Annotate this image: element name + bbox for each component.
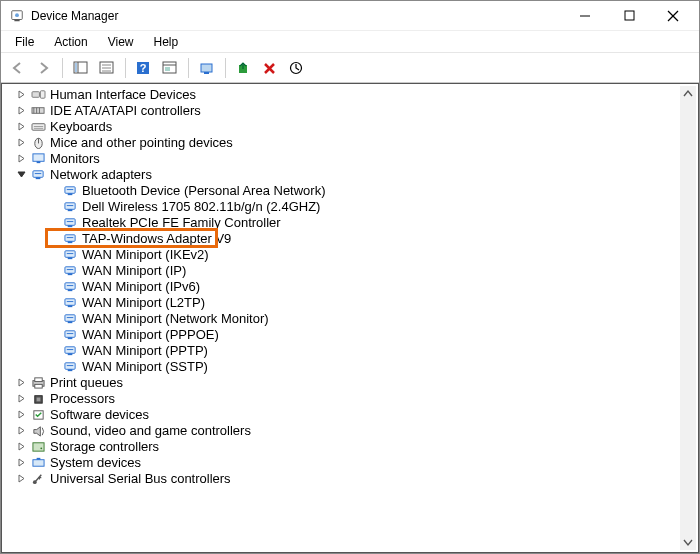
update-driver-button[interactable]	[196, 57, 218, 79]
close-button[interactable]	[651, 2, 695, 30]
tree-node[interactable]: Realtek PCIe FE Family Controller	[6, 214, 698, 230]
menu-bar: File Action View Help	[1, 31, 699, 53]
tree-node[interactable]: Dell Wireless 1705 802.11b/g/n (2.4GHZ)	[6, 198, 698, 214]
net-icon	[62, 359, 78, 373]
chevron-right-icon[interactable]	[14, 378, 28, 387]
monitor-icon	[30, 151, 46, 165]
menu-file[interactable]: File	[5, 33, 44, 51]
chevron-right-icon[interactable]	[14, 410, 28, 419]
net-icon	[62, 215, 78, 229]
tree-node-label: Network adapters	[49, 167, 153, 182]
net-icon	[62, 343, 78, 357]
svg-rect-49	[67, 225, 72, 227]
chevron-right-icon[interactable]	[14, 138, 28, 147]
vertical-scrollbar[interactable]	[680, 86, 696, 550]
svg-rect-4	[625, 11, 634, 20]
chevron-right-icon[interactable]	[14, 442, 28, 451]
tree-node[interactable]: WAN Miniport (Network Monitor)	[6, 310, 698, 326]
svg-rect-73	[67, 353, 72, 355]
tree-node-label: IDE ATA/ATAPI controllers	[49, 103, 202, 118]
chevron-right-icon[interactable]	[14, 122, 28, 131]
svg-rect-52	[67, 241, 72, 243]
menu-help[interactable]: Help	[144, 33, 189, 51]
properties-button[interactable]	[96, 57, 118, 79]
tree-node[interactable]: Storage controllers	[6, 438, 698, 454]
chevron-right-icon[interactable]	[14, 458, 28, 467]
scroll-down-icon[interactable]	[680, 534, 696, 550]
chevron-right-icon[interactable]	[14, 474, 28, 483]
tree-node[interactable]: Keyboards	[6, 118, 698, 134]
tree-node-label: WAN Miniport (PPTP)	[81, 343, 209, 358]
tree-node[interactable]: Bluetooth Device (Personal Area Network)	[6, 182, 698, 198]
soft-icon	[30, 407, 46, 421]
tree-node[interactable]: Sound, video and game controllers	[6, 422, 698, 438]
net-icon	[62, 327, 78, 341]
scroll-up-icon[interactable]	[680, 86, 696, 102]
chevron-right-icon[interactable]	[14, 106, 28, 115]
tree-node[interactable]: WAN Miniport (IKEv2)	[6, 246, 698, 262]
net-icon	[30, 167, 46, 181]
tree-node[interactable]: Print queues	[6, 374, 698, 390]
net-icon	[62, 199, 78, 213]
chevron-right-icon[interactable]	[14, 426, 28, 435]
tree-node-label: Monitors	[49, 151, 101, 166]
chevron-right-icon[interactable]	[14, 90, 28, 99]
tree-node[interactable]: Human Interface Devices	[6, 86, 698, 102]
tree-node[interactable]: Monitors	[6, 150, 698, 166]
svg-point-2	[15, 13, 19, 17]
maximize-button[interactable]	[607, 2, 651, 30]
tree-node-label: Bluetooth Device (Personal Area Network)	[81, 183, 327, 198]
show-hide-tree-button[interactable]	[70, 57, 92, 79]
svg-rect-27	[40, 90, 45, 97]
window-controls	[563, 2, 695, 30]
svg-rect-80	[34, 384, 41, 388]
hid-icon	[30, 87, 46, 101]
tree-node-label: Realtek PCIe FE Family Controller	[81, 215, 282, 230]
help-button[interactable]: ?	[133, 57, 155, 79]
svg-rect-67	[67, 321, 72, 323]
tree-node[interactable]: WAN Miniport (PPTP)	[6, 342, 698, 358]
menu-view[interactable]: View	[98, 33, 144, 51]
chevron-right-icon[interactable]	[14, 394, 28, 403]
svg-rect-42	[64, 186, 74, 193]
tree-node[interactable]: WAN Miniport (SSTP)	[6, 358, 698, 374]
tree-node[interactable]: WAN Miniport (IPv6)	[6, 278, 698, 294]
action-button[interactable]	[159, 57, 181, 79]
svg-rect-38	[36, 161, 40, 163]
svg-rect-26	[32, 91, 39, 97]
uninstall-device-button[interactable]	[259, 57, 281, 79]
menu-action[interactable]: Action	[44, 33, 97, 51]
tree-node[interactable]: Universal Serial Bus controllers	[6, 470, 698, 486]
svg-rect-64	[67, 305, 72, 307]
tree-node-label: Mice and other pointing devices	[49, 135, 234, 150]
enable-device-button[interactable]	[233, 57, 255, 79]
chevron-right-icon[interactable]	[14, 154, 28, 163]
device-tree[interactable]: Human Interface DevicesIDE ATA/ATAPI con…	[2, 84, 698, 494]
tree-node[interactable]: WAN Miniport (IP)	[6, 262, 698, 278]
toolbar-separator	[62, 58, 63, 78]
scan-hardware-button[interactable]	[285, 57, 307, 79]
svg-rect-43	[67, 193, 72, 195]
minimize-button[interactable]	[563, 2, 607, 30]
tree-node[interactable]: Network adapters	[6, 166, 698, 182]
tree-node[interactable]: IDE ATA/ATAPI controllers	[6, 102, 698, 118]
tree-node-label: Software devices	[49, 407, 150, 422]
forward-button[interactable]	[33, 57, 55, 79]
back-button[interactable]	[7, 57, 29, 79]
tree-node-label: Storage controllers	[49, 439, 160, 454]
tree-node[interactable]: Software devices	[6, 406, 698, 422]
svg-rect-58	[67, 273, 72, 275]
device-tree-panel: Human Interface DevicesIDE ATA/ATAPI con…	[1, 83, 699, 553]
tree-node[interactable]: Mice and other pointing devices	[6, 134, 698, 150]
tree-node[interactable]: WAN Miniport (PPPOE)	[6, 326, 698, 342]
tree-node-label: WAN Miniport (PPPOE)	[81, 327, 220, 342]
svg-rect-87	[36, 457, 40, 459]
tree-node[interactable]: WAN Miniport (L2TP)	[6, 294, 698, 310]
tree-node-label: WAN Miniport (IKEv2)	[81, 247, 210, 262]
system-icon	[30, 455, 46, 469]
tree-node[interactable]: TAP-Windows Adapter V9	[6, 230, 698, 246]
chevron-down-icon[interactable]	[14, 170, 28, 179]
tree-node[interactable]: System devices	[6, 454, 698, 470]
tree-node-label: WAN Miniport (IP)	[81, 263, 187, 278]
tree-node[interactable]: Processors	[6, 390, 698, 406]
